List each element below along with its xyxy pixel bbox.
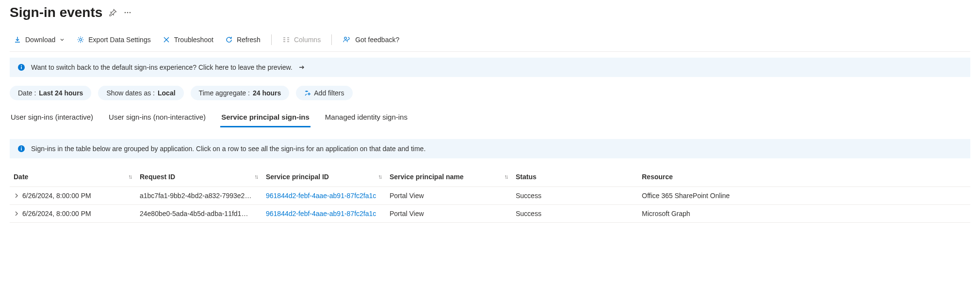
export-label: Export Data Settings xyxy=(88,36,150,44)
sort-icon: ↑↓ xyxy=(378,173,381,180)
tab-service-principal-signins[interactable]: Service principal sign-ins xyxy=(220,109,310,127)
col-resource-label: Resource xyxy=(642,173,673,181)
filter-dates-as-value: Local xyxy=(158,89,176,97)
svg-point-0 xyxy=(125,12,126,14)
columns-button: Columns xyxy=(278,34,325,46)
svg-rect-9 xyxy=(21,148,22,151)
cell-sp-name: Portal View xyxy=(390,210,516,217)
gear-icon xyxy=(77,36,84,44)
cell-status: Success xyxy=(516,192,642,200)
preview-banner-text: Want to switch back to the default sign-… xyxy=(31,63,293,71)
feedback-button[interactable]: Got feedback? xyxy=(339,34,403,46)
feedback-icon xyxy=(343,36,351,44)
col-status-label: Status xyxy=(516,173,537,181)
cell-resource: Office 365 SharePoint Online xyxy=(642,192,966,200)
toolbar: Download Export Data Settings Troublesho… xyxy=(10,34,970,52)
cell-status: Success xyxy=(516,210,642,217)
cell-request-id: 24e80be0-5ada-4b5d-adba-11fd1… xyxy=(140,210,266,217)
download-button[interactable]: Download xyxy=(10,34,69,46)
col-request-id[interactable]: Request ID ↑↓ xyxy=(140,173,266,181)
add-filters-label: Add filters xyxy=(314,89,344,97)
info-icon xyxy=(17,63,25,71)
cell-sp-id[interactable]: 961844d2-febf-4aae-ab91-87fc2fa1c xyxy=(266,192,390,200)
col-sp-id[interactable]: Service principal ID ↑↓ xyxy=(266,173,390,181)
sort-icon: ↑↓ xyxy=(504,173,507,180)
filter-agg-value: 24 hours xyxy=(253,89,281,97)
svg-point-2 xyxy=(130,12,131,14)
refresh-button[interactable]: Refresh xyxy=(221,34,264,46)
cell-resource: Microsoft Graph xyxy=(642,210,966,217)
tab-user-signins-noninteractive[interactable]: User sign-ins (non-interactive) xyxy=(108,109,207,127)
troubleshoot-label: Troubleshoot xyxy=(174,36,213,44)
filter-icon xyxy=(304,90,311,96)
col-date[interactable]: Date ↑↓ xyxy=(14,173,140,181)
separator xyxy=(271,34,272,45)
chevron-right-icon xyxy=(14,211,19,217)
more-icon[interactable] xyxy=(124,9,131,16)
table-row[interactable]: 6/26/2024, 8:00:00 PM a1bc7fa1-9bb2-4bd2… xyxy=(10,187,970,205)
cell-sp-id[interactable]: 961844d2-febf-4aae-ab91-87fc2fa1c xyxy=(266,210,390,217)
filter-dates-as-label: Show dates as : xyxy=(106,89,155,97)
sort-icon: ↑↓ xyxy=(128,173,131,180)
col-status[interactable]: Status xyxy=(516,173,642,181)
refresh-label: Refresh xyxy=(237,36,261,44)
columns-label: Columns xyxy=(294,36,321,44)
col-date-label: Date xyxy=(14,173,28,181)
group-banner-text: Sign-ins in the table below are grouped … xyxy=(31,145,425,153)
svg-point-7 xyxy=(21,65,22,66)
tab-user-signins-interactive[interactable]: User sign-ins (interactive) xyxy=(10,109,94,127)
col-request-id-label: Request ID xyxy=(140,173,175,181)
svg-point-3 xyxy=(80,39,82,41)
svg-point-10 xyxy=(21,147,22,148)
chevron-right-icon xyxy=(14,193,19,199)
info-icon xyxy=(17,145,25,153)
filter-date[interactable]: Date : Last 24 hours xyxy=(10,86,91,100)
troubleshoot-icon xyxy=(163,36,170,44)
refresh-icon xyxy=(225,36,233,44)
page-title: Sign-in events xyxy=(10,5,102,20)
page-header: Sign-in events xyxy=(10,5,970,20)
tabs: User sign-ins (interactive) User sign-in… xyxy=(10,109,970,127)
table-row[interactable]: 6/26/2024, 8:00:00 PM 24e80be0-5ada-4b5d… xyxy=(10,205,970,223)
signins-table: Date ↑↓ Request ID ↑↓ Service principal … xyxy=(10,167,970,223)
filter-dates-as[interactable]: Show dates as : Local xyxy=(98,86,183,100)
sort-icon: ↑↓ xyxy=(254,173,257,180)
export-data-settings-button[interactable]: Export Data Settings xyxy=(73,34,154,46)
preview-banner[interactable]: Want to switch back to the default sign-… xyxy=(10,58,970,77)
tab-managed-identity-signins[interactable]: Managed identity sign-ins xyxy=(324,109,408,127)
filter-agg-label: Time aggregate : xyxy=(199,89,250,97)
download-label: Download xyxy=(25,36,55,44)
feedback-label: Got feedback? xyxy=(355,36,399,44)
filter-date-value: Last 24 hours xyxy=(39,89,83,97)
col-sp-name[interactable]: Service principal name ↑↓ xyxy=(390,173,516,181)
pin-icon[interactable] xyxy=(109,9,117,16)
cell-date: 6/26/2024, 8:00:00 PM xyxy=(22,192,91,200)
filter-row: Date : Last 24 hours Show dates as : Loc… xyxy=(10,86,970,100)
col-sp-name-label: Service principal name xyxy=(390,173,464,181)
cell-request-id: a1bc7fa1-9bb2-4bd2-a832-7993e2… xyxy=(140,192,266,200)
add-filters-button[interactable]: Add filters xyxy=(296,86,352,100)
troubleshoot-button[interactable]: Troubleshoot xyxy=(159,34,217,46)
group-banner: Sign-ins in the table below are grouped … xyxy=(10,139,970,158)
download-icon xyxy=(14,36,21,44)
chevron-down-icon xyxy=(59,37,65,43)
svg-point-4 xyxy=(344,37,347,40)
cell-date: 6/26/2024, 8:00:00 PM xyxy=(22,210,91,217)
filter-date-label: Date : xyxy=(18,89,36,97)
columns-icon xyxy=(282,36,290,44)
col-sp-id-label: Service principal ID xyxy=(266,173,329,181)
cell-sp-name: Portal View xyxy=(390,192,516,200)
col-resource[interactable]: Resource xyxy=(642,173,966,181)
separator xyxy=(331,34,332,45)
filter-time-aggregate[interactable]: Time aggregate : 24 hours xyxy=(191,86,290,100)
svg-point-1 xyxy=(127,12,129,14)
arrow-right-icon xyxy=(298,64,305,71)
table-header: Date ↑↓ Request ID ↑↓ Service principal … xyxy=(10,167,970,187)
svg-rect-6 xyxy=(21,67,22,69)
